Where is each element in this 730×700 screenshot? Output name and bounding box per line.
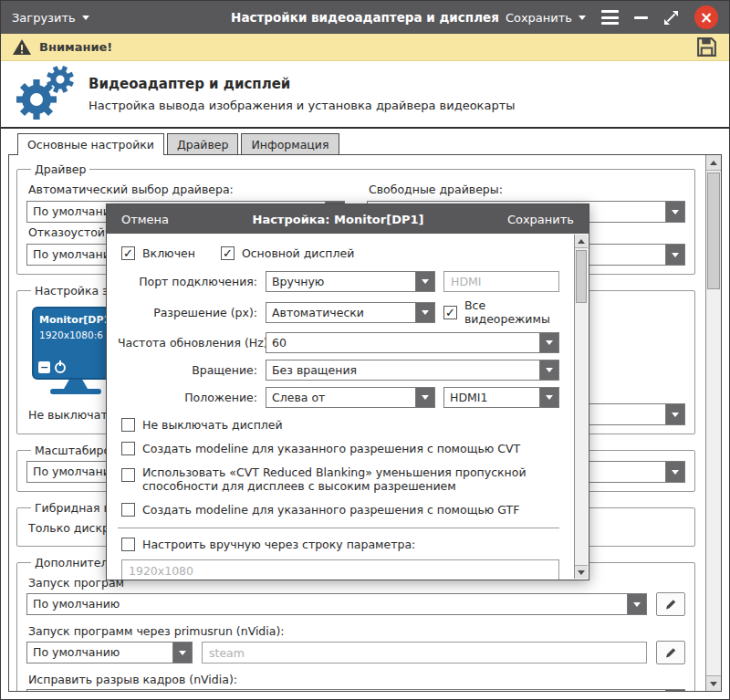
chevron-down-icon [539,388,558,407]
dialog-scroll-up-button[interactable] [575,235,588,248]
checkbox-box: ✓ [443,306,457,319]
checkbox-box: ✓ [121,442,135,455]
save-menu-button[interactable]: Сохранить [506,11,586,25]
gtf-modeline-label: Создать modeline для указанного разрешен… [142,503,519,517]
arrow-up-icon [578,239,585,244]
warning-text: Внимание! [39,40,112,54]
tearing-select[interactable]: По умолчанию [26,689,685,692]
main-vertical-scrollbar[interactable] [705,155,721,691]
monitor-settings-dialog: Отмена Настройка: Monitor[DP1] Сохранить… [106,204,589,580]
chevron-down-icon [665,202,684,222]
monitor-mode: 1920x1080:6 [39,329,113,340]
cvt-modeline-checkbox[interactable]: ✓ Создать modeline для указанного разреш… [121,442,559,455]
hamburger-menu-button[interactable] [601,10,619,25]
keep-display-on-label: Не выключать дисплей [142,418,283,432]
titlebar-controls: Сохранить × [506,5,718,29]
primusrun-select[interactable]: По умолчанию [26,642,193,663]
monitor-power-icon[interactable] [55,362,66,373]
chevron-down-icon [172,643,192,663]
all-videomodes-checkbox[interactable]: ✓ Все видеорежимы [443,298,559,326]
scrollbar-thumb[interactable] [707,172,720,289]
chevron-down-icon [665,462,684,482]
load-menu-button[interactable]: Загрузить [12,11,89,25]
manual-mode-input[interactable] [121,559,559,580]
resolution-select[interactable]: Автоматически [266,302,435,323]
enabled-checkbox[interactable]: ✓ Включен [121,246,195,260]
position-select[interactable]: Слева от [266,387,435,408]
dialog-divider [118,528,559,528]
save-menu-label: Сохранить [506,11,572,25]
pencil-icon [664,646,677,659]
all-videomodes-label: Все видеорежимы [464,298,559,326]
chevron-down-icon [415,303,434,322]
header-text: Видеоадаптер и дисплей Настройка вывода … [89,76,516,112]
monitor-name: Monitor[DP1] [39,314,113,326]
gtf-modeline-checkbox[interactable]: ✓ Создать modeline для указанного разреш… [121,503,559,517]
dialog-cancel-button[interactable]: Отмена [121,213,169,226]
refresh-rate-label: Частота обновления (Hz): [118,336,266,350]
checkbox-box: ✓ [221,246,235,260]
page-header: Видеоадаптер и дисплей Настройка вывода … [1,61,729,129]
arrow-up-icon [710,161,717,165]
primusrun-label: Запуск программ через primusrun (nVidia)… [28,624,685,638]
save-settings-button[interactable] [695,36,718,58]
primary-display-checkbox[interactable]: ✓ Основной дисплей [221,246,354,260]
tab-bar: Основные настройки Драйвер Информация [17,133,729,154]
chevron-down-icon [627,594,646,614]
chevron-down-icon [665,404,684,424]
warning-icon [12,38,32,56]
dialog-save-button[interactable]: Сохранить [507,213,574,226]
primusrun-edit-button[interactable] [656,641,685,664]
load-menu-label: Загрузить [12,11,76,25]
minimize-button[interactable] [634,16,648,19]
free-drivers-label: Свободные драйверы: [369,183,685,198]
chevron-down-icon [415,272,434,291]
position-target-select[interactable]: HDMI1 [443,387,559,408]
run-programs-edit-button[interactable] [656,592,685,616]
cvt-reduced-blanking-checkbox[interactable]: ✓ Использовать «CVT Reduced Blanking» ум… [121,465,559,493]
warning-bar: Внимание! [1,34,729,61]
port-label: Порт подключения: [118,275,266,288]
chevron-down-icon [579,16,586,20]
position-label: Положение: [118,391,266,404]
refresh-rate-select[interactable]: 60 [266,332,559,353]
keep-display-on-checkbox[interactable]: ✓ Не выключать дисплей [121,418,559,432]
checkbox-box: ✓ [121,418,135,432]
dialog-scrollbar-thumb[interactable] [576,250,587,303]
dialog-scroll-down-button[interactable] [575,565,588,579]
scroll-up-button[interactable] [706,155,721,171]
tab-driver[interactable]: Драйвер [167,133,238,154]
page-subtitle: Настройка вывода изображения и установка… [89,99,516,112]
monitor-base [50,389,101,394]
monitor-stand [64,380,88,389]
checkbox-box: ✓ [121,246,135,260]
maximize-button[interactable] [663,10,679,26]
port-input[interactable] [443,271,559,292]
rotation-label: Вращение: [118,363,266,377]
close-button[interactable]: × [694,5,718,29]
chevron-down-icon [665,690,684,692]
pencil-icon [664,598,677,611]
dialog-vertical-scrollbar[interactable] [574,235,588,579]
rotation-select[interactable]: Без вращения [266,360,559,381]
scroll-down-button[interactable] [706,675,721,691]
titlebar: Загрузить Настройки видеоадаптера и дисп… [1,1,729,34]
chevron-down-icon [539,333,558,352]
tab-main-settings[interactable]: Основные настройки [17,133,164,155]
arrow-down-icon [710,682,717,686]
close-icon: × [700,10,713,26]
checkbox-box: ✓ [121,503,135,517]
primusrun-app-input[interactable] [202,642,647,663]
driver-group-legend: Драйвер [31,162,89,176]
cvt-reduced-blanking-label: Использовать «CVT Reduced Blanking» умен… [142,465,559,493]
monitor-minus-button[interactable]: − [38,361,50,373]
manual-mode-checkbox[interactable]: ✓ Настроить вручную через строку парамет… [121,538,559,551]
tearing-label: Исправить разрыв кадров (nVidia): [28,673,685,686]
tab-info[interactable]: Информация [241,133,339,154]
chevron-down-icon [539,360,558,380]
hamburger-icon [601,10,619,13]
run-programs-select[interactable]: По умолчанию [26,593,647,615]
dialog-header: Отмена Настройка: Monitor[DP1] Сохранить [107,204,589,234]
port-select[interactable]: Вручную [266,271,435,292]
expand-icon [668,14,675,21]
